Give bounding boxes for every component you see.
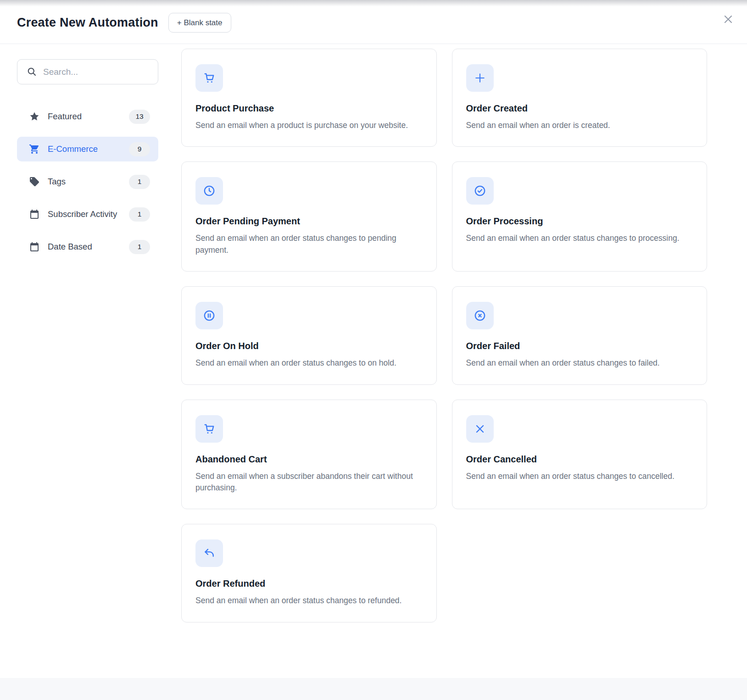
plus-icon: [466, 64, 494, 92]
close-button[interactable]: [721, 13, 735, 27]
count-badge: 1: [129, 207, 150, 222]
card-order-refunded[interactable]: Order Refunded Send an email when an ord…: [181, 524, 437, 622]
tag-icon: [29, 176, 40, 187]
cart-icon: [195, 415, 223, 443]
sidebar-item-label: Tags: [48, 177, 66, 187]
card-order-created[interactable]: Order Created Send an email when an orde…: [452, 49, 708, 147]
calendar-icon: [29, 241, 40, 252]
card-title: Product Purchase: [195, 103, 423, 114]
card-description: Send an email when an order is created.: [466, 120, 693, 131]
card-description: Send an email when an order status chang…: [466, 471, 693, 482]
card-title: Order Created: [466, 103, 693, 114]
card-title: Order Processing: [466, 216, 693, 227]
clock-icon: [195, 177, 223, 205]
check-circle-icon: [466, 177, 494, 205]
card-description: Send an email when an order status chang…: [195, 233, 423, 256]
card-title: Order Pending Payment: [195, 216, 423, 227]
modal-footer: [0, 678, 747, 700]
search-input[interactable]: [17, 59, 158, 84]
undo-icon: [195, 539, 223, 567]
card-order-pending-payment[interactable]: Order Pending Payment Send an email when…: [181, 161, 437, 272]
blank-state-button[interactable]: + Blank state: [168, 13, 231, 33]
card-title: Order Cancelled: [466, 454, 693, 465]
pause-circle-icon: [195, 302, 223, 329]
card-abandoned-cart[interactable]: Abandoned Cart Send an email when a subs…: [181, 400, 437, 510]
automation-cards-grid: Product Purchase Send an email when a pr…: [181, 49, 707, 622]
sidebar-item-label: E-Commerce: [48, 144, 98, 154]
card-description: Send an email when an order status chang…: [195, 595, 423, 606]
sidebar-item-e-commerce[interactable]: E-Commerce 9: [17, 137, 158, 161]
modal-body: Featured 13 E-Commerce 9 Tags 1 Subscrib…: [0, 44, 747, 678]
sidebar-item-label: Subscriber Activity: [48, 209, 117, 219]
card-description: Send an email when a product is purchase…: [195, 120, 423, 131]
sidebar-item-subscriber-activity[interactable]: Subscriber Activity 1: [17, 202, 158, 227]
star-icon: [29, 111, 40, 122]
cart-solid-icon: [29, 144, 40, 155]
card-description: Send an email when an order status chang…: [466, 357, 693, 369]
sidebar-item-label: Date Based: [48, 242, 92, 252]
cart-icon: [195, 64, 223, 92]
close-icon: [722, 13, 734, 27]
sidebar-item-tags[interactable]: Tags 1: [17, 169, 158, 194]
count-badge: 9: [129, 142, 150, 156]
sidebar-item-date-based[interactable]: Date Based 1: [17, 234, 158, 259]
card-order-on-hold[interactable]: Order On Hold Send an email when an orde…: [181, 286, 437, 384]
card-title: Order Refunded: [195, 578, 423, 589]
modal-header: Create New Automation + Blank state: [0, 6, 747, 44]
card-order-processing[interactable]: Order Processing Send an email when an o…: [452, 161, 708, 272]
card-title: Order On Hold: [195, 341, 423, 351]
page-title: Create New Automation: [17, 16, 158, 30]
card-description: Send an email when a subscriber abandons…: [195, 471, 423, 494]
card-description: Send an email when an order status chang…: [195, 357, 423, 369]
category-nav: Featured 13 E-Commerce 9 Tags 1 Subscrib…: [17, 104, 158, 259]
card-order-cancelled[interactable]: Order Cancelled Send an email when an or…: [452, 400, 708, 510]
card-product-purchase[interactable]: Product Purchase Send an email when a pr…: [181, 49, 437, 147]
x-icon: [466, 415, 494, 443]
sidebar-item-label: Featured: [48, 111, 82, 122]
modal-top-shadow: [0, 0, 747, 6]
calendar-icon: [29, 209, 40, 220]
search-box: [17, 59, 158, 84]
card-order-failed[interactable]: Order Failed Send an email when an order…: [452, 286, 708, 384]
sidebar: Featured 13 E-Commerce 9 Tags 1 Subscrib…: [17, 59, 158, 259]
card-title: Order Failed: [466, 341, 693, 351]
count-badge: 1: [129, 175, 150, 189]
sidebar-item-featured[interactable]: Featured 13: [17, 104, 158, 129]
card-description: Send an email when an order status chang…: [466, 233, 693, 244]
count-badge: 13: [129, 110, 150, 124]
count-badge: 1: [129, 240, 150, 254]
card-title: Abandoned Cart: [195, 454, 423, 465]
x-circle-icon: [466, 302, 494, 329]
